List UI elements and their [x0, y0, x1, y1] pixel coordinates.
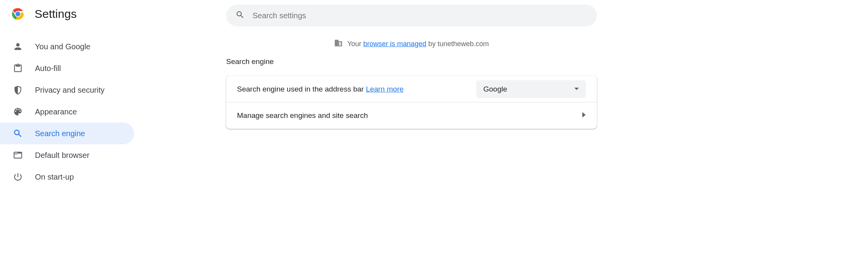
search-settings-bar[interactable] — [226, 5, 597, 26]
search-input[interactable] — [253, 11, 587, 20]
svg-point-2 — [16, 12, 20, 16]
search-icon — [235, 10, 253, 21]
page-title: Settings — [35, 7, 77, 21]
chrome-logo-icon — [11, 7, 25, 21]
